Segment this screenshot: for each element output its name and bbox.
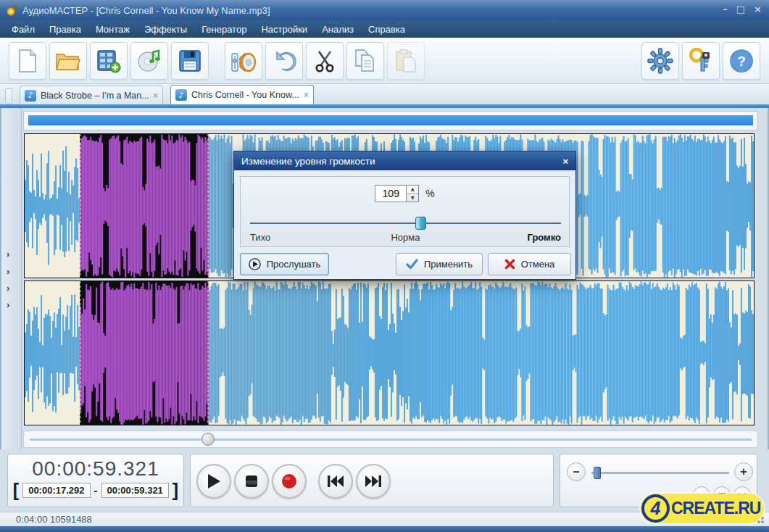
- menu-settings[interactable]: Настройки: [254, 22, 315, 37]
- play-button[interactable]: [196, 464, 231, 499]
- spinner-up-icon[interactable]: ▲: [407, 186, 418, 194]
- scissors-icon: [312, 49, 337, 73]
- side-panel-strip: [1, 108, 22, 449]
- plus-icon: +: [740, 465, 747, 478]
- volume-spinner[interactable]: ▲ ▼: [407, 185, 419, 202]
- open-file-button[interactable]: [49, 42, 87, 80]
- paste-button: [387, 42, 425, 80]
- watermark-logo: 4 CREATE.RU: [641, 494, 764, 523]
- zoom-slider-track[interactable]: [591, 472, 729, 474]
- app-window: АудиоМАСТЕР - [Chris Cornell - You Know …: [0, 0, 769, 532]
- cancel-button[interactable]: Отмена: [488, 253, 571, 275]
- menu-file[interactable]: Файл: [4, 22, 42, 37]
- watermark-4-badge: 4: [641, 494, 670, 523]
- tab-scroll-handle[interactable]: [5, 88, 12, 104]
- skip-to-end-button[interactable]: [356, 464, 391, 499]
- skip-start-icon: [327, 475, 344, 488]
- tab-label: Chris Cornell - You Know...: [191, 90, 299, 100]
- scrubber-thumb[interactable]: [201, 433, 215, 446]
- dialog-close-icon[interactable]: ×: [562, 156, 568, 167]
- menu-generator[interactable]: Генератор: [194, 22, 254, 37]
- maximize-button[interactable]: □: [736, 4, 745, 15]
- help-button[interactable]: ?: [723, 42, 760, 80]
- check-icon: [406, 259, 418, 270]
- overview-range-bar[interactable]: [28, 115, 753, 125]
- stop-icon: [245, 475, 258, 488]
- expand-panel-chevron-icon[interactable]: ›: [7, 251, 9, 258]
- copy-button[interactable]: [346, 42, 384, 80]
- skip-end-icon: [365, 475, 382, 488]
- dialog-title-bar[interactable]: Изменение уровня громкости ×: [234, 151, 575, 170]
- import-from-video-button[interactable]: [90, 42, 128, 80]
- menu-bar: Файл Правка Монтаж Эффекты Генератор Нас…: [0, 20, 769, 38]
- bracket-open: [: [13, 482, 19, 498]
- volume-effects-button[interactable]: [225, 42, 262, 80]
- zoom-out-button[interactable]: –: [567, 462, 586, 481]
- listen-button[interactable]: Прослушать: [240, 253, 329, 275]
- tab-close-icon[interactable]: ×: [304, 90, 309, 100]
- skip-to-start-button[interactable]: [318, 464, 353, 499]
- overview-scrollbar[interactable]: [23, 111, 758, 130]
- speaker-slider-icon: [230, 48, 257, 74]
- record-icon: [281, 473, 297, 489]
- new-file-button[interactable]: [9, 42, 46, 80]
- copy-icon: [353, 49, 378, 73]
- selection-start-field[interactable]: 00:00:17.292: [22, 483, 90, 498]
- label-normal: Норма: [250, 232, 561, 243]
- zoom-slider-thumb[interactable]: [594, 467, 601, 479]
- tab-label: Black Strobe – I'm a Man...: [41, 91, 149, 101]
- film-plus-icon: [96, 49, 122, 73]
- cd-note-icon: [136, 49, 162, 73]
- spinner-down-icon[interactable]: ▼: [407, 194, 418, 202]
- key-icon: [689, 48, 713, 74]
- cut-button[interactable]: [306, 42, 344, 80]
- menu-effects[interactable]: Эффекты: [137, 22, 194, 37]
- minimize-button[interactable]: –: [723, 4, 728, 15]
- undo-button[interactable]: [265, 42, 303, 80]
- selection-end-field[interactable]: 00:00:59.321: [101, 483, 169, 498]
- volume-value-field[interactable]: 109: [375, 185, 407, 202]
- save-file-button[interactable]: [171, 42, 209, 80]
- audio-file-icon: ♪: [175, 89, 187, 101]
- expand-panel-chevron-icon[interactable]: ›: [7, 285, 9, 292]
- expand-panel-chevron-icon[interactable]: ›: [7, 268, 9, 275]
- zoom-in-button[interactable]: +: [734, 462, 753, 481]
- tab-chris-cornell[interactable]: ♪ Chris Cornell - You Know... ×: [170, 85, 314, 104]
- settings-button[interactable]: [641, 42, 679, 80]
- cancel-label: Отмена: [521, 259, 555, 270]
- volume-slider[interactable]: [250, 217, 561, 230]
- apply-label: Применить: [424, 259, 473, 270]
- current-time-display: 00:00:59.321: [8, 457, 183, 481]
- waveform-channel-right[interactable]: [24, 280, 755, 425]
- listen-label: Прослушать: [267, 259, 321, 270]
- apply-button[interactable]: Применить: [396, 253, 483, 275]
- expand-panel-chevron-icon[interactable]: ›: [7, 302, 9, 309]
- stop-button[interactable]: [234, 464, 269, 499]
- tab-close-icon[interactable]: ×: [153, 91, 158, 101]
- tab-black-strobe[interactable]: ♪ Black Strobe – I'm a Man... ×: [20, 86, 163, 104]
- status-text: 0:04:00 10591488: [16, 514, 92, 525]
- volume-slider-track[interactable]: [250, 223, 561, 224]
- new-file-icon: [17, 49, 38, 73]
- undo-icon: [271, 49, 297, 72]
- dialog-content-panel: 109 ▲ ▼ % Тихо Норма Громко: [240, 176, 570, 247]
- window-title: АудиоМАСТЕР - [Chris Cornell - You Know …: [22, 5, 270, 16]
- grab-from-cd-button[interactable]: [130, 42, 168, 80]
- menu-analysis[interactable]: Анализ: [315, 22, 361, 37]
- title-bar: АудиоМАСТЕР - [Chris Cornell - You Know …: [0, 0, 769, 20]
- menu-help[interactable]: Справка: [361, 22, 412, 37]
- audio-file-icon: ♪: [25, 90, 36, 101]
- menu-montage[interactable]: Монтаж: [88, 22, 137, 37]
- registration-button[interactable]: [682, 42, 720, 80]
- menu-edit[interactable]: Правка: [42, 22, 88, 37]
- close-button[interactable]: ×: [754, 4, 762, 15]
- volume-slider-thumb[interactable]: [415, 217, 426, 230]
- preview-play-icon: [249, 258, 261, 270]
- position-scrubber[interactable]: [23, 431, 758, 448]
- resize-grip[interactable]: [755, 515, 764, 523]
- scrubber-track[interactable]: [30, 439, 752, 441]
- record-button[interactable]: [272, 464, 307, 499]
- range-separator: -: [94, 484, 98, 496]
- floppy-save-icon: [178, 49, 201, 72]
- svg-text:?: ?: [737, 54, 746, 69]
